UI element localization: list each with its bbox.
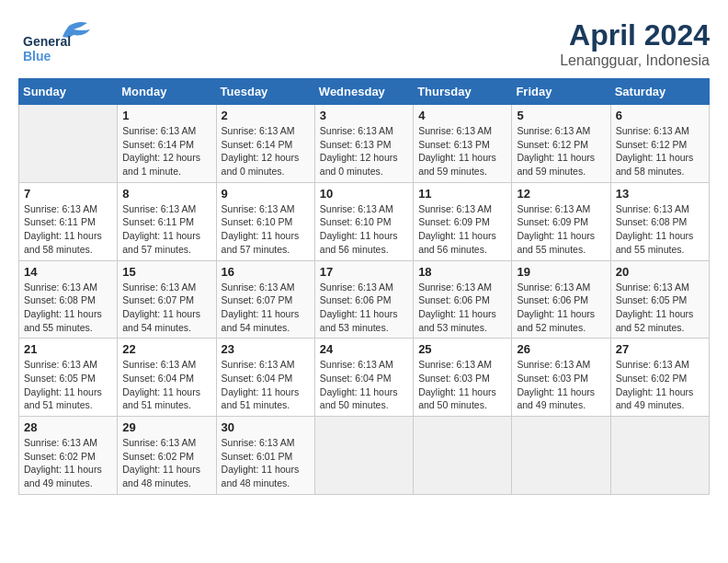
calendar-cell: 21Sunrise: 6:13 AMSunset: 6:05 PMDayligh… [19,339,118,417]
calendar-cell [610,417,709,495]
day-info: Sunrise: 6:13 AMSunset: 6:06 PMDaylight:… [320,281,408,335]
day-number: 20 [616,265,704,279]
calendar-cell: 11Sunrise: 6:13 AMSunset: 6:09 PMDayligh… [414,182,512,260]
day-number: 27 [616,342,704,356]
day-info: Sunrise: 6:13 AMSunset: 6:10 PMDaylight:… [320,202,408,257]
day-number: 30 [222,420,310,434]
calendar-cell: 18Sunrise: 6:13 AMSunset: 6:06 PMDayligh… [414,260,512,339]
day-number: 21 [24,342,112,356]
calendar-cell: 10Sunrise: 6:13 AMSunset: 6:10 PMDayligh… [314,182,413,260]
day-info: Sunrise: 6:13 AMSunset: 6:09 PMDaylight:… [418,202,506,257]
day-number: 3 [320,109,408,122]
day-info: Sunrise: 6:13 AMSunset: 6:07 PMDaylight:… [222,281,310,335]
calendar-cell: 4Sunrise: 6:13 AMSunset: 6:13 PMDaylight… [414,105,512,183]
day-info: Sunrise: 6:13 AMSunset: 6:05 PMDaylight:… [24,358,112,412]
day-info: Sunrise: 6:13 AMSunset: 6:08 PMDaylight:… [24,281,112,335]
col-wednesday: Wednesday [314,79,413,105]
day-info: Sunrise: 6:13 AMSunset: 6:13 PMDaylight:… [320,124,408,178]
calendar-cell: 22Sunrise: 6:13 AMSunset: 6:04 PMDayligh… [118,339,216,417]
day-number: 2 [222,109,310,122]
calendar-cell: 3Sunrise: 6:13 AMSunset: 6:13 PMDaylight… [314,105,413,183]
day-info: Sunrise: 6:13 AMSunset: 6:12 PMDaylight:… [517,124,605,178]
calendar-cell: 23Sunrise: 6:13 AMSunset: 6:04 PMDayligh… [216,339,314,417]
day-info: Sunrise: 6:13 AMSunset: 6:12 PMDaylight:… [616,124,704,178]
day-info: Sunrise: 6:13 AMSunset: 6:05 PMDaylight:… [616,281,704,335]
calendar-cell: 26Sunrise: 6:13 AMSunset: 6:03 PMDayligh… [512,339,610,417]
calendar-cell [19,105,118,183]
calendar-week-row: 1Sunrise: 6:13 AMSunset: 6:14 PMDaylight… [19,105,710,183]
calendar-week-row: 28Sunrise: 6:13 AMSunset: 6:02 PMDayligh… [19,417,710,495]
col-sunday: Sunday [19,79,118,105]
day-info: Sunrise: 6:13 AMSunset: 6:07 PMDaylight:… [122,281,210,335]
day-number: 16 [222,265,310,279]
day-info: Sunrise: 6:13 AMSunset: 6:11 PMDaylight:… [24,202,112,257]
calendar-cell: 8Sunrise: 6:13 AMSunset: 6:11 PMDaylight… [118,182,216,260]
calendar-week-row: 7Sunrise: 6:13 AMSunset: 6:11 PMDaylight… [19,182,710,260]
day-number: 29 [122,420,210,434]
calendar-cell: 29Sunrise: 6:13 AMSunset: 6:02 PMDayligh… [118,417,216,495]
col-friday: Friday [512,79,610,105]
day-number: 8 [122,187,210,201]
day-number: 4 [418,109,506,122]
calendar-cell: 14Sunrise: 6:13 AMSunset: 6:08 PMDayligh… [19,260,118,339]
day-number: 13 [616,187,704,201]
day-number: 1 [122,109,210,122]
calendar-cell: 12Sunrise: 6:13 AMSunset: 6:09 PMDayligh… [512,182,610,260]
calendar-body: 1Sunrise: 6:13 AMSunset: 6:14 PMDaylight… [19,105,710,495]
day-number: 24 [320,342,408,356]
day-number: 26 [517,342,605,356]
day-number: 11 [418,187,506,201]
location: Lenangguar, Indonesia [560,52,710,69]
calendar-cell: 9Sunrise: 6:13 AMSunset: 6:10 PMDaylight… [216,182,314,260]
day-info: Sunrise: 6:13 AMSunset: 6:09 PMDaylight:… [517,202,605,257]
day-info: Sunrise: 6:13 AMSunset: 6:04 PMDaylight:… [222,358,310,412]
logo: General Blue [18,18,101,64]
month-year: April 2024 [560,18,710,52]
day-info: Sunrise: 6:13 AMSunset: 6:02 PMDaylight:… [122,436,210,490]
calendar-cell: 25Sunrise: 6:13 AMSunset: 6:03 PMDayligh… [414,339,512,417]
calendar-cell [512,417,610,495]
calendar-table: Sunday Monday Tuesday Wednesday Thursday… [18,78,710,495]
col-saturday: Saturday [610,79,709,105]
day-number: 9 [222,187,310,201]
day-info: Sunrise: 6:13 AMSunset: 6:06 PMDaylight:… [517,281,605,335]
calendar-cell [314,417,413,495]
day-number: 18 [418,265,506,279]
day-number: 17 [320,265,408,279]
day-info: Sunrise: 6:13 AMSunset: 6:14 PMDaylight:… [222,124,310,178]
calendar-cell: 15Sunrise: 6:13 AMSunset: 6:07 PMDayligh… [118,260,216,339]
day-info: Sunrise: 6:13 AMSunset: 6:02 PMDaylight:… [616,358,704,412]
calendar-cell: 20Sunrise: 6:13 AMSunset: 6:05 PMDayligh… [610,260,709,339]
calendar-cell: 2Sunrise: 6:13 AMSunset: 6:14 PMDaylight… [216,105,314,183]
calendar-week-row: 14Sunrise: 6:13 AMSunset: 6:08 PMDayligh… [19,260,710,339]
day-number: 7 [24,187,112,201]
svg-text:Blue: Blue [23,49,51,63]
day-number: 12 [517,187,605,201]
day-info: Sunrise: 6:13 AMSunset: 6:10 PMDaylight:… [222,202,310,257]
calendar-cell: 7Sunrise: 6:13 AMSunset: 6:11 PMDaylight… [19,182,118,260]
calendar-cell: 19Sunrise: 6:13 AMSunset: 6:06 PMDayligh… [512,260,610,339]
day-number: 10 [320,187,408,201]
day-number: 15 [122,265,210,279]
day-number: 14 [24,265,112,279]
title-block: April 2024 Lenangguar, Indonesia [560,18,710,69]
day-number: 28 [24,420,112,434]
calendar-cell [414,417,512,495]
calendar-cell: 16Sunrise: 6:13 AMSunset: 6:07 PMDayligh… [216,260,314,339]
day-number: 25 [418,342,506,356]
day-info: Sunrise: 6:13 AMSunset: 6:03 PMDaylight:… [517,358,605,412]
col-thursday: Thursday [414,79,512,105]
day-number: 19 [517,265,605,279]
calendar-cell: 27Sunrise: 6:13 AMSunset: 6:02 PMDayligh… [610,339,709,417]
day-info: Sunrise: 6:13 AMSunset: 6:14 PMDaylight:… [122,124,210,178]
col-tuesday: Tuesday [216,79,314,105]
svg-text:General: General [23,34,71,49]
day-info: Sunrise: 6:13 AMSunset: 6:03 PMDaylight:… [418,358,506,412]
calendar-week-row: 21Sunrise: 6:13 AMSunset: 6:05 PMDayligh… [19,339,710,417]
day-number: 5 [517,109,605,122]
calendar-cell: 24Sunrise: 6:13 AMSunset: 6:04 PMDayligh… [314,339,413,417]
calendar-cell: 17Sunrise: 6:13 AMSunset: 6:06 PMDayligh… [314,260,413,339]
day-number: 6 [616,109,704,122]
day-info: Sunrise: 6:13 AMSunset: 6:06 PMDaylight:… [418,281,506,335]
calendar-header-row: Sunday Monday Tuesday Wednesday Thursday… [19,79,710,105]
